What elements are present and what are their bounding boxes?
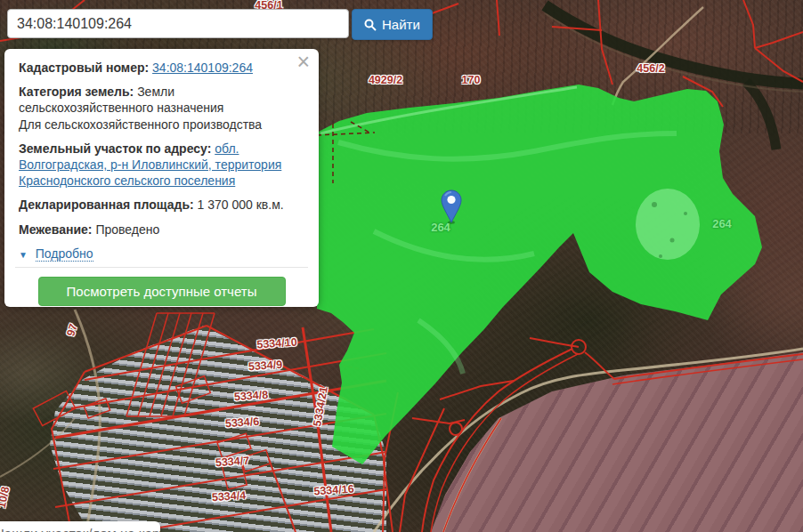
address-row: Земельный участок по адресу: обл. Волгог… [19, 141, 304, 189]
find-parcel-hint-text: Нашли участок/дом на карте? [0, 526, 160, 532]
search-bar: Найти [7, 9, 433, 40]
land-category-row: Категория земель: Земли сельскохозяйстве… [19, 84, 304, 133]
view-reports-button[interactable]: Посмотреть доступные отчеты [38, 277, 286, 306]
details-link[interactable]: Подробно [36, 246, 93, 262]
surveying-row: Межевание: Проведено [19, 222, 304, 238]
parcel-info-panel: × Кадастровый номер: 34:08:140109:264 Ка… [4, 49, 319, 307]
search-icon [364, 19, 377, 31]
panel-divider [15, 267, 308, 268]
search-button-label: Найти [382, 17, 420, 32]
land-category-label: Категория земель: [19, 85, 134, 99]
find-parcel-hint: Нашли участок/дом на карте? [0, 521, 160, 532]
search-button[interactable]: Найти [352, 9, 433, 40]
cadastral-number-link[interactable]: 34:08:140109:264 [152, 60, 253, 75]
declared-area-row: Декларированная площадь: 1 370 000 кв.м. [19, 197, 304, 213]
address-label: Земельный участок по адресу: [19, 141, 211, 156]
declared-area-label: Декларированная площадь: [19, 197, 194, 212]
cadastral-number-row: Кадастровый номер: 34:08:140109:264 [19, 60, 304, 76]
surveying-value: Проведено [95, 222, 159, 237]
details-row: ▼ Подробно [19, 246, 304, 262]
chevron-down-icon: ▼ [19, 250, 28, 260]
search-input[interactable] [7, 9, 349, 38]
cadastral-number-label: Кадастровый номер: [19, 60, 149, 75]
selected-parcel-polygon[interactable] [315, 85, 762, 464]
cadastral-map-app: 456/14929/2170456/2975334/105334/95334/8… [0, 0, 803, 532]
declared-area-value: 1 370 000 кв.м. [198, 197, 284, 212]
surveying-label: Межевание: [19, 222, 93, 237]
close-icon[interactable]: × [296, 51, 310, 73]
land-use-value: Для сельскохозяйственного производства [19, 117, 262, 132]
